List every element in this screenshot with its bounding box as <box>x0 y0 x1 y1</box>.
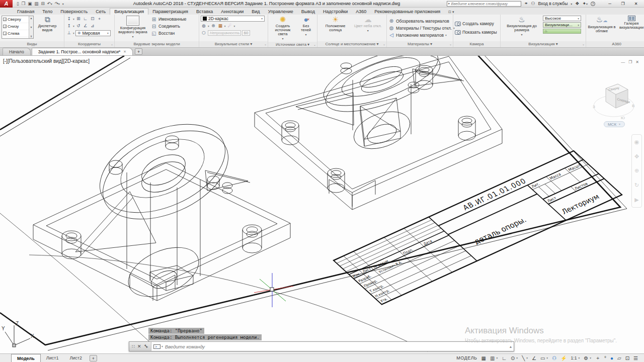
tab-poverhnost[interactable]: Поверхность <box>56 9 92 15</box>
viewport-minimize-icon[interactable]: — <box>621 60 625 64</box>
layout-tab-model[interactable]: Модель <box>11 354 41 362</box>
ucs-view-icon[interactable]: ⌖ <box>97 16 103 22</box>
layout-tab-list2[interactable]: Лист2 <box>64 354 88 362</box>
workspace-gear-icon[interactable]: ⚙ <box>584 355 588 361</box>
minimize-button[interactable]: ─ <box>603 2 616 6</box>
tab-recommended-apps[interactable]: Рекомендованные приложения <box>370 9 444 15</box>
tab-nadstroyki[interactable]: Надстройки <box>319 9 352 15</box>
binoculars-icon[interactable]: ⚭ <box>524 1 528 6</box>
panel-expand-icon[interactable]: ⌄ <box>449 41 452 47</box>
grip-dots-icon[interactable]: ∷ <box>132 344 135 349</box>
object-snap-tracking-icon[interactable]: ∠ <box>532 355 536 361</box>
command-input[interactable] <box>165 344 508 349</box>
compass-east[interactable]: В <box>632 104 634 108</box>
material-browser-button[interactable]: ⊗Обозреватель материалов <box>388 18 449 25</box>
panel-expand-icon[interactable]: ⌄ <box>383 41 385 47</box>
user-icon[interactable]: ⚇ <box>531 1 535 6</box>
view-top-item[interactable]: Сверху <box>2 16 29 23</box>
named-viewports-button[interactable]: ⊞Именованные <box>151 16 186 23</box>
annotation-visibility-icon[interactable]: ⚇ <box>552 355 556 361</box>
clean-screen-icon[interactable]: ⊡ <box>625 355 629 361</box>
sign-in-dropdown-icon[interactable]: ▾ <box>571 2 572 6</box>
views-scrollbar[interactable]: ▲▼⊻ <box>29 16 33 38</box>
tab-a360[interactable]: A360 <box>352 9 370 15</box>
command-close-icon[interactable]: ✕ <box>137 344 141 349</box>
graphics-performance-icon[interactable]: ▱ <box>617 355 621 361</box>
customize-wrench-icon[interactable]: 🔧︎ <box>144 344 148 349</box>
view-bottom-item[interactable]: Снизу <box>2 23 29 30</box>
file-tab-start[interactable]: Начало <box>3 48 31 55</box>
app-store-icon[interactable]: ❖ <box>575 1 579 6</box>
tab-annotacii[interactable]: Аннотации <box>217 9 248 15</box>
viewcube[interactable]: З Ю В Сверху Спереди <box>592 75 636 125</box>
views-listbox[interactable]: Сверху Снизу Слева ▲▼⊻ <box>2 16 34 39</box>
command-bar-grip[interactable]: ∷ ✕ 🔧︎ <box>129 342 151 351</box>
customization-menu-icon[interactable]: ☰ <box>633 355 638 361</box>
close-button[interactable]: ✕ <box>629 2 642 6</box>
panel-expand-icon[interactable]: ⌄ <box>111 41 113 47</box>
isodraft-dropdown-icon[interactable]: ▾ <box>526 356 528 359</box>
render-preset-dropdown[interactable]: Визуализаци...▾ <box>543 22 581 28</box>
tab-set[interactable]: Сеть <box>92 9 110 15</box>
panel-expand-icon[interactable]: ⌄ <box>582 41 585 47</box>
undo-icon[interactable]: ↶▾ <box>47 1 52 6</box>
share-icon[interactable]: ✦▾ <box>582 1 588 6</box>
save-icon[interactable]: ▣ <box>28 1 32 6</box>
show-cameras-button[interactable]: Показать камеры <box>455 29 497 36</box>
workspace-dropdown-icon[interactable]: ▾ <box>590 356 591 359</box>
restore-viewports-button[interactable]: ◱Восстан <box>151 30 186 37</box>
ucs-previous-icon[interactable]: ↺ <box>75 23 82 29</box>
edge-jitter-icon[interactable]: ☄ <box>227 23 233 29</box>
nav-wheel-icon[interactable]: ◉ <box>634 139 639 145</box>
ribbon-options-icon[interactable]: ⊡ ▾ <box>448 10 454 15</box>
command-prompt-icon[interactable]: >_▾ <box>151 344 165 349</box>
tab-vyvod[interactable]: Вывод <box>297 9 319 15</box>
ortho-toggle-icon[interactable]: ∟ <box>502 355 507 361</box>
viewport-label[interactable]: [-][Пользовательский вид][2D-каркас] <box>3 58 90 64</box>
ucs-named-icon[interactable]: ↥ <box>66 23 72 29</box>
isodraft-icon[interactable]: ╲ <box>522 355 525 361</box>
opacity-icon[interactable]: ⬡ <box>201 30 207 36</box>
tab-parametrizaciya[interactable]: Параметризация <box>148 9 192 15</box>
snap-dropdown-icon[interactable]: ▾ <box>496 356 498 359</box>
join-viewports-button[interactable]: ⊟Соединить <box>151 23 186 30</box>
snap-toggle-icon[interactable]: ▥ <box>490 355 495 361</box>
compass-south[interactable]: Ю <box>621 116 625 120</box>
osnap-dropdown-icon[interactable]: ▾ <box>546 356 548 359</box>
layout-tab-list1[interactable]: Лист1 <box>41 354 64 362</box>
grid-toggle-icon[interactable]: ▦ <box>481 355 486 361</box>
new-tab-button[interactable]: + <box>135 48 142 55</box>
sign-in-label[interactable]: Вход в службы <box>538 1 568 6</box>
open-file-icon[interactable]: ❒ <box>22 1 26 6</box>
render-quality-dropdown[interactable]: Высокое▾ <box>543 16 581 21</box>
ucs-zaxis-icon[interactable]: ⊿ <box>90 23 96 29</box>
materials-toggle-button[interactable]: ◍Материалы / Текстуры откл.▾ <box>388 25 455 32</box>
ucs-icon[interactable]: ↧ <box>66 16 72 22</box>
ucs-icon-settings[interactable]: ⊥ <box>66 30 72 36</box>
isolate-objects-icon[interactable]: ● <box>610 355 613 361</box>
viewport-restore-icon[interactable]: ❐ <box>628 60 632 64</box>
file-tab-document[interactable]: Задание 1. Построе... основной надписи*✕ <box>32 48 133 55</box>
tab-vid[interactable]: Вид <box>248 9 264 15</box>
command-bar[interactable]: ∷ ✕ 🔧︎ >_▾ ▲ <box>129 341 514 351</box>
tab-upravlenie[interactable]: Управление <box>264 9 297 15</box>
drawing-canvas[interactable]: АВ.ИГ.01.01.000 деталь опоры. Лекториум … <box>0 56 644 353</box>
ucs-face-icon[interactable]: ⊡ <box>90 16 96 22</box>
create-light-button[interactable]: ✺ Создать источник света▾ <box>271 16 295 41</box>
visual-style-dropdown[interactable]: 2D-каркас ▾ <box>201 16 265 22</box>
qat-menu-icon[interactable]: ▾ <box>62 2 64 6</box>
annotation-monitor-icon[interactable]: ＋ <box>595 354 600 361</box>
units-icon[interactable]: ° <box>604 355 606 361</box>
no-shadows-button[interactable]: ● Без теней▾ <box>297 16 314 37</box>
annotation-scale-value[interactable]: 1:1 <box>571 355 577 360</box>
view-manager-button[interactable]: ⧉ Диспетчер видов <box>35 16 59 32</box>
ucs-origin-icon[interactable]: ∠ <box>83 23 89 29</box>
orbit-icon[interactable]: ↻ <box>634 182 639 189</box>
redo-icon[interactable]: ↷▾ <box>55 1 60 6</box>
restore-button[interactable]: ❐ <box>616 2 629 6</box>
render-to-size-button[interactable]: ♨ Визуализация до размера▾ <box>502 16 541 37</box>
autocad-logo[interactable]: A <box>0 0 13 8</box>
help-search[interactable]: ▸ <box>447 1 521 7</box>
object-snap-icon[interactable]: ▭ <box>540 355 545 361</box>
ucs-object-icon[interactable]: ∟ <box>83 16 89 22</box>
